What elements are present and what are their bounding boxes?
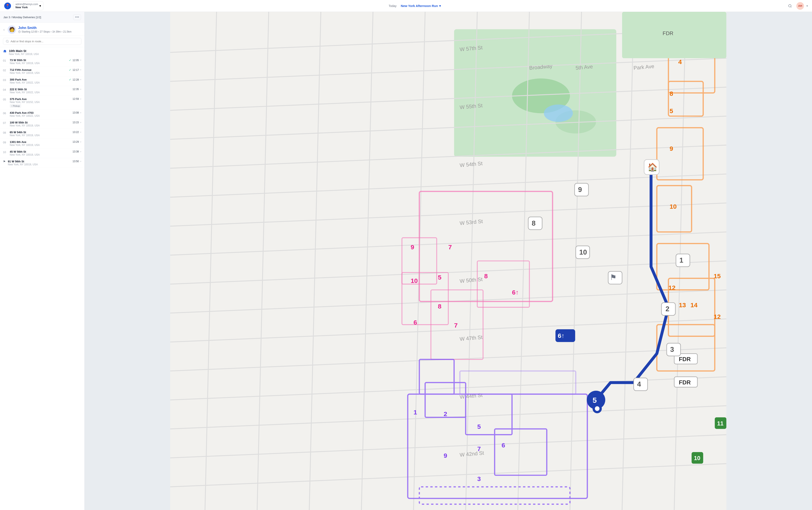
svg-text:11: 11 bbox=[717, 420, 723, 427]
home-stop-address: New York, NY 10019, USA bbox=[9, 53, 39, 56]
stop-name: 45 W 56th St bbox=[10, 150, 70, 153]
stop-time: 13:38 bbox=[72, 150, 79, 153]
stop-item[interactable]: 01 73 W 55th St New York, NY 10019, USA … bbox=[0, 57, 84, 67]
stop-details: 100 W 55th St New York, NY 10019, USA bbox=[10, 121, 70, 127]
search-box[interactable] bbox=[3, 38, 81, 45]
svg-text:8: 8 bbox=[438, 303, 441, 310]
stop-number: 10 bbox=[3, 151, 8, 154]
stop-time: 12:17 bbox=[72, 68, 79, 71]
driver-name: John Smith bbox=[18, 26, 71, 30]
stop-number: 06 bbox=[3, 112, 8, 115]
stop-item[interactable]: ⚑ 91 W 56th St New York, NY 10019, USA 1… bbox=[0, 158, 84, 168]
stop-expand-icon[interactable]: ▾ bbox=[80, 78, 81, 81]
stop-address: New York, NY 10019, USA bbox=[10, 71, 67, 74]
today-button[interactable]: Today bbox=[389, 4, 397, 8]
stop-expand-icon[interactable]: ▾ bbox=[80, 98, 81, 100]
stop-item[interactable]: 09 1301 6th Ave New York, NY 10019, USA … bbox=[0, 139, 84, 148]
stop-right: 13:15 ▾ bbox=[72, 121, 81, 124]
stop-name: 65 W 54th St bbox=[10, 131, 70, 134]
stop-item[interactable]: 08 65 W 54th St New York, NY 10019, USA … bbox=[0, 129, 84, 139]
stop-expand-icon[interactable]: ▾ bbox=[80, 88, 81, 91]
stop-number: 02 bbox=[3, 69, 8, 72]
svg-text:6↑: 6↑ bbox=[512, 289, 519, 296]
stop-item[interactable]: 10 45 W 56th St New York, NY 10019, USA … bbox=[0, 148, 84, 158]
svg-text:3: 3 bbox=[670, 346, 674, 353]
account-info: admin@henrys.com New York bbox=[16, 3, 38, 9]
stop-time: 13:29 bbox=[72, 141, 79, 143]
stop-name: 91 W 56th St bbox=[8, 160, 70, 163]
stop-expand-icon[interactable]: ▾ bbox=[80, 160, 81, 163]
svg-text:7: 7 bbox=[477, 445, 481, 452]
stop-item[interactable]: 02 712 Fifth Avenue New York, NY 10019, … bbox=[0, 67, 84, 76]
svg-text:10: 10 bbox=[670, 203, 677, 210]
user-avatar[interactable]: AH bbox=[796, 2, 804, 10]
stop-time: 13:22 bbox=[72, 131, 79, 133]
stop-right: 13:29 ▾ bbox=[72, 141, 81, 143]
stop-name: 430 Park Ave #703 bbox=[10, 111, 70, 114]
stop-expand-icon[interactable]: ▾ bbox=[80, 150, 81, 153]
stop-item[interactable]: 07 100 W 55th St New York, NY 10019, USA… bbox=[0, 119, 84, 129]
stop-right: 12:35 ▾ bbox=[72, 88, 81, 91]
stop-item[interactable]: 03 300 Park Ave New York, NY 10022, USA … bbox=[0, 76, 84, 86]
stop-number: 07 bbox=[3, 121, 8, 124]
stop-right: ✓ 12:28 ▾ bbox=[69, 78, 81, 81]
search-icon[interactable] bbox=[786, 2, 794, 10]
stop-right: 12:59 ▾ bbox=[72, 97, 81, 100]
stop-right: ✓ 12:17 ▾ bbox=[69, 68, 81, 71]
nav-right-section: AH bbox=[786, 2, 808, 10]
stop-expand-icon[interactable]: ▾ bbox=[80, 112, 81, 114]
stop-name: 222 E 56th St bbox=[10, 88, 70, 91]
stop-time: 12:35 bbox=[72, 88, 79, 91]
account-chevron-icon bbox=[39, 4, 41, 8]
stop-details: 73 W 55th St New York, NY 10019, USA bbox=[10, 59, 67, 65]
svg-text:9: 9 bbox=[411, 244, 414, 250]
stop-expand-icon[interactable]: ▾ bbox=[80, 68, 81, 71]
user-menu-chevron-icon[interactable] bbox=[807, 4, 808, 7]
stop-name: 300 Park Ave bbox=[10, 78, 67, 81]
back-button[interactable]: ‹ bbox=[3, 28, 5, 32]
driver-meta: Starting 12:00 • 27 Stops • 1h 39m • 21.… bbox=[18, 30, 71, 33]
stop-item[interactable]: 05 375 Park Ave New York, NY 10152, USA … bbox=[0, 96, 84, 110]
svg-text:5: 5 bbox=[670, 108, 673, 114]
stop-time: 12:59 bbox=[72, 97, 79, 100]
stop-right: 13:22 ▾ bbox=[72, 131, 81, 133]
stop-name: 375 Park Ave bbox=[10, 97, 70, 101]
stop-expand-icon[interactable]: ▾ bbox=[80, 141, 81, 143]
driver-section: ‹ 🧑 John Smith Starting 12:00 • 27 Stops… bbox=[0, 23, 84, 36]
svg-rect-3 bbox=[170, 12, 726, 510]
stop-details: 300 Park Ave New York, NY 10022, USA bbox=[10, 78, 67, 84]
stop-item[interactable]: 04 222 E 56th St New York, NY 10022, USA… bbox=[0, 86, 84, 96]
svg-text:9: 9 bbox=[670, 145, 673, 152]
sidebar-menu-button[interactable]: ••• bbox=[73, 14, 81, 20]
driver-stops: 27 Stops bbox=[40, 30, 50, 33]
stop-address: New York, NY 10022, USA bbox=[10, 114, 70, 117]
stop-expand-icon[interactable]: ▾ bbox=[80, 121, 81, 124]
svg-text:10: 10 bbox=[579, 248, 587, 256]
stop-number: 05 bbox=[3, 98, 8, 101]
map-area[interactable]: W 57th St W 55th St W 54th St W 53rd St … bbox=[85, 12, 812, 510]
stop-details: 91 W 56th St New York, NY 10019, USA bbox=[8, 160, 70, 166]
stop-check-icon: ✓ bbox=[69, 78, 71, 81]
svg-text:9: 9 bbox=[444, 452, 447, 459]
svg-rect-92 bbox=[622, 12, 726, 58]
svg-text:6: 6 bbox=[414, 319, 417, 326]
svg-text:8: 8 bbox=[670, 90, 673, 97]
svg-text:2: 2 bbox=[444, 411, 447, 417]
home-stop-name: 10th Main St bbox=[9, 49, 39, 53]
search-input[interactable] bbox=[10, 40, 79, 43]
driver-duration: 1h 39m bbox=[52, 30, 61, 33]
stop-right: 13:50 ▾ bbox=[72, 160, 81, 163]
svg-text:8: 8 bbox=[484, 273, 488, 279]
account-selector[interactable]: admin@henrys.com New York bbox=[13, 1, 44, 10]
stop-address: New York, NY 10019, USA bbox=[10, 144, 70, 147]
stop-address: New York, NY 10152, USA bbox=[10, 101, 70, 103]
route-selector[interactable]: New York Afternoon Run bbox=[401, 4, 441, 8]
stop-expand-icon[interactable]: ▾ bbox=[80, 59, 81, 62]
stop-item[interactable]: 06 430 Park Ave #703 New York, NY 10022,… bbox=[0, 110, 84, 119]
driver-row: ‹ 🧑 John Smith Starting 12:00 • 27 Stops… bbox=[3, 25, 81, 34]
home-stop: 10th Main St New York, NY 10019, USA bbox=[0, 47, 84, 57]
stop-right: ✓ 12:05 ▾ bbox=[69, 59, 81, 62]
route-chevron-icon bbox=[439, 4, 441, 8]
stop-expand-icon[interactable]: ▾ bbox=[80, 131, 81, 133]
stop-number: 08 bbox=[3, 131, 8, 134]
